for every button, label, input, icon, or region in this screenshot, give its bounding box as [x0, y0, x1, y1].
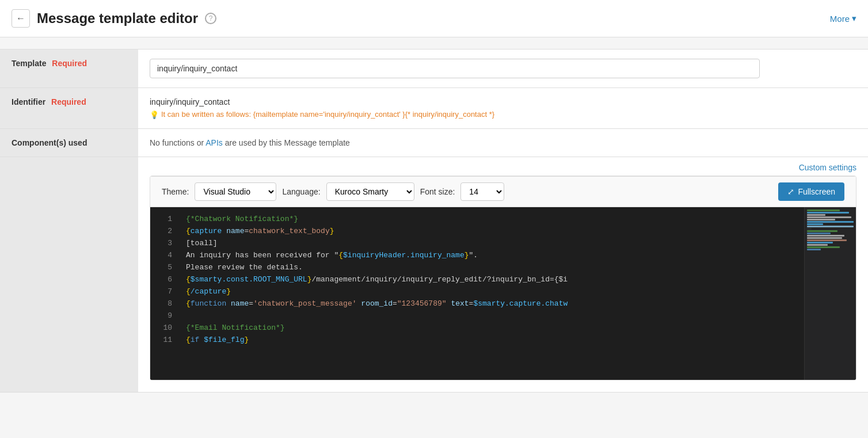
code-line-2: {capture name=chatwork_text_body}	[179, 225, 804, 237]
identifier-hint: 💡 It can be written as follows: {mailtem…	[150, 110, 856, 119]
font-size-select[interactable]: 12 13 14 16 18	[460, 182, 504, 201]
theme-select[interactable]: Visual Studio Monokai GitHub	[195, 182, 276, 201]
code-line-3: [toall]	[179, 237, 804, 249]
code-editor[interactable]: 1 2 3 4 5 6 7 8 9 10 11	[150, 207, 856, 380]
page-header: ← Message template editor ? More ▾	[0, 0, 868, 37]
back-icon: ←	[16, 13, 25, 24]
minimap-content	[805, 207, 856, 253]
line-numbers: 1 2 3 4 5 6 7 8 9 10 11	[150, 207, 179, 380]
components-label: Component(s) used	[12, 138, 87, 147]
editor-value-cell: Custom settings Theme: Visual Studio Mon…	[138, 157, 868, 393]
identifier-required: Required	[51, 97, 86, 106]
template-label: Template	[12, 59, 46, 68]
help-icon[interactable]: ?	[205, 13, 216, 24]
editor-row: Custom settings Theme: Visual Studio Mon…	[0, 157, 868, 393]
more-button[interactable]: More ▾	[830, 13, 856, 24]
components-value: No functions or APIs are used by this Me…	[150, 138, 350, 147]
code-line-8: {function name='chatwork_post_message' r…	[179, 298, 804, 310]
identifier-value-cell: inquiry/inquiry_contact 💡 It can be writ…	[138, 88, 868, 129]
page-title: Message template editor	[37, 10, 198, 26]
theme-label: Theme:	[162, 187, 189, 196]
language-label: Language:	[282, 187, 320, 196]
code-line-4: An inquiry has been received for "{$inqu…	[179, 249, 804, 261]
code-line-7: {/capture}	[179, 285, 804, 298]
code-content: {*Chatwork Notification*} {capture name=…	[179, 207, 804, 380]
identifier-value: inquiry/inquiry_contact	[150, 97, 856, 106]
code-line-11: {if $file_flg}	[179, 334, 804, 346]
main-content: Template Required Identifier Required in…	[0, 37, 868, 404]
code-line-10: {*Email Notification*}	[179, 322, 804, 334]
identifier-row: Identifier Required inquiry/inquiry_cont…	[0, 88, 868, 129]
code-line-6: {$smarty.const.ROOT_MNG_URL}/management/…	[179, 273, 804, 285]
custom-settings-link[interactable]: Custom settings	[799, 163, 856, 172]
components-value-cell: No functions or APIs are used by this Me…	[138, 129, 868, 157]
fullscreen-icon: ⤢	[787, 187, 794, 196]
template-input[interactable]	[150, 59, 760, 78]
language-select[interactable]: Kuroco Smarty HTML Plain Text	[326, 182, 414, 201]
api-link[interactable]: APIs	[205, 138, 223, 147]
template-row: Template Required	[0, 49, 868, 88]
identifier-label-cell: Identifier Required	[0, 88, 138, 129]
more-label: More	[830, 14, 850, 24]
code-line-9	[179, 310, 804, 322]
identifier-hint-text: It can be written as follows: {mailtempl…	[161, 110, 494, 119]
code-editor-wrapper: Theme: Visual Studio Monokai GitHub Lang…	[150, 176, 856, 380]
bulb-icon: 💡	[150, 111, 159, 119]
minimap	[804, 207, 856, 380]
editor-toolbar: Theme: Visual Studio Monokai GitHub Lang…	[150, 176, 856, 207]
back-button[interactable]: ←	[12, 9, 30, 28]
components-label-cell: Component(s) used	[0, 129, 138, 157]
editor-header: Custom settings	[138, 157, 868, 176]
code-line-5: Please review the details.	[179, 261, 804, 273]
identifier-label: Identifier	[12, 97, 45, 106]
template-required: Required	[52, 59, 87, 68]
header-left: ← Message template editor ?	[12, 9, 216, 28]
font-size-label: Font size:	[420, 187, 455, 196]
form-table: Template Required Identifier Required in…	[0, 49, 868, 393]
fullscreen-button[interactable]: ⤢ Fullscreen	[778, 182, 844, 201]
code-line-1: {*Chatwork Notification*}	[179, 213, 804, 225]
editor-label-cell	[0, 157, 138, 393]
fullscreen-label: Fullscreen	[798, 187, 835, 196]
components-row: Component(s) used No functions or APIs a…	[0, 129, 868, 157]
template-label-cell: Template Required	[0, 49, 138, 88]
chevron-down-icon: ▾	[852, 13, 856, 24]
template-value-cell	[138, 49, 868, 88]
